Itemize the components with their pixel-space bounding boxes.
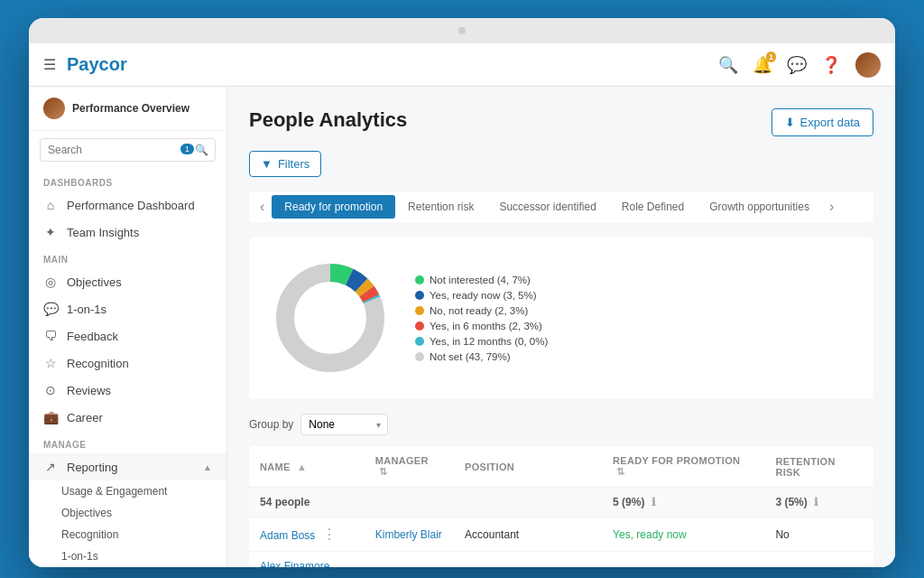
- row-actions-button[interactable]: ⋮: [319, 527, 340, 542]
- retention-info-icon[interactable]: ℹ: [814, 496, 818, 508]
- th-ready-label: READY FOR PROMOTION: [613, 455, 740, 466]
- profile-name: Performance Overview: [72, 102, 189, 115]
- sidebar-item-career[interactable]: 💼 Career: [29, 404, 226, 431]
- sidebar-sub-1on1s[interactable]: 1-on-1s: [61, 545, 226, 567]
- donut-chart: [267, 255, 393, 381]
- content-header: People Analytics ⬇ Export data: [249, 108, 873, 136]
- ready-info-icon[interactable]: ℹ: [651, 496, 656, 508]
- name-link[interactable]: Alex Finamore: [260, 560, 329, 567]
- th-retention: RETENTION RISK: [764, 446, 873, 488]
- sidebar-item-performance-dashboard[interactable]: ⌂ Performance Dashboard: [29, 191, 226, 219]
- th-ready[interactable]: READY FOR PROMOTION ⇅: [602, 446, 764, 488]
- chart-section: Not interested (4, 7%) Yes, ready now (3…: [249, 237, 873, 399]
- sidebar-item-label: Team Insights: [67, 226, 139, 239]
- main-layout: Performance Overview 🔍 1 DASHBOARDS ⌂ Pe…: [29, 87, 895, 567]
- sidebar-sub-recognition[interactable]: Recognition: [61, 524, 226, 545]
- manager-link[interactable]: Kimberly Blair: [375, 528, 442, 541]
- filter-button[interactable]: ▼ Filters: [249, 151, 321, 177]
- tab-ready-for-promotion[interactable]: Ready for promotion: [272, 195, 395, 219]
- legend-item: No, not ready (2, 3%): [415, 305, 548, 316]
- hamburger-icon[interactable]: ☰: [43, 56, 56, 73]
- summary-people-count: 54 people: [249, 488, 602, 517]
- sidebar-search-container: 🔍 1: [29, 131, 226, 169]
- group-by-select-wrapper: None Manager Department: [300, 414, 388, 435]
- chat-icon[interactable]: 💬: [787, 55, 807, 75]
- tab-row: ‹ Ready for promotion Retention risk Suc…: [249, 191, 873, 222]
- sidebar-badge: 1: [180, 144, 194, 154]
- reporting-submenu: Usage & Engagement Objectives Recognitio…: [29, 480, 226, 567]
- sidebar-item-feedback[interactable]: 🗨 Feedback: [29, 322, 226, 350]
- sidebar-search-icon: 🔍: [195, 144, 208, 156]
- legend-dot: [415, 352, 424, 361]
- legend-dot: [415, 275, 424, 284]
- help-icon[interactable]: ❓: [821, 55, 841, 75]
- search-icon[interactable]: 🔍: [718, 55, 738, 75]
- sidebar-item-label: Objectives: [67, 275, 122, 289]
- name-link[interactable]: Adam Boss: [260, 529, 315, 542]
- main-section-label: MAIN: [29, 246, 226, 268]
- sidebar-item-label: Recognition: [67, 357, 129, 370]
- legend-dot: [415, 306, 424, 315]
- cell-retention: Yes, low risk: [764, 552, 873, 568]
- legend-label: Not interested (4, 7%): [430, 275, 531, 285]
- oneon1-icon: 💬: [43, 302, 58, 316]
- th-manager-label: MANAGER: [375, 455, 429, 466]
- camera-indicator: [458, 27, 466, 34]
- cell-position: Accountant: [454, 517, 602, 552]
- tab-retention-risk[interactable]: Retention risk: [395, 195, 486, 219]
- filter-label: Filters: [278, 157, 310, 171]
- th-name[interactable]: NAME ▲: [249, 446, 365, 488]
- ready-status: Yes, ready now: [613, 528, 687, 541]
- insights-icon: ✦: [43, 225, 58, 239]
- sidebar-item-reviews[interactable]: ⊙ Reviews: [29, 377, 226, 404]
- cell-ready: No, not ready: [602, 552, 764, 568]
- export-label: Export data: [800, 116, 861, 129]
- sidebar-item-label: Performance Dashboard: [67, 199, 195, 212]
- th-manager[interactable]: MANAGER ⇅: [365, 446, 454, 488]
- group-by-select[interactable]: None Manager Department: [300, 414, 388, 435]
- sidebar-item-reporting[interactable]: ↗ Reporting ▲: [29, 453, 226, 480]
- group-by-label: Group by: [249, 418, 293, 431]
- sidebar: Performance Overview 🔍 1 DASHBOARDS ⌂ Pe…: [29, 87, 227, 567]
- reporting-chevron: ▲: [203, 462, 212, 472]
- recognition-icon: ☆: [43, 356, 58, 370]
- sidebar-sub-objectives[interactable]: Objectives: [61, 502, 226, 524]
- sidebar-item-label: 1-on-1s: [67, 303, 106, 316]
- sidebar-item-objectives[interactable]: ◎ Objectives: [29, 268, 226, 295]
- sidebar-sub-usage[interactable]: Usage & Engagement: [61, 480, 226, 502]
- logo: Paycor: [67, 54, 127, 75]
- sidebar-item-label: Feedback: [67, 330, 118, 343]
- table-header: NAME ▲ MANAGER ⇅ POSITION READ: [249, 446, 873, 488]
- th-name-label: NAME: [260, 461, 291, 472]
- data-table: NAME ▲ MANAGER ⇅ POSITION READ: [249, 446, 873, 567]
- table-body: 54 people 5 (9%) ℹ 3 (5%) ℹ: [249, 488, 873, 568]
- bell-icon[interactable]: 🔔 1: [753, 55, 772, 75]
- cell-manager: Phil Harvey: [365, 552, 454, 568]
- tab-prev-button[interactable]: ‹: [253, 195, 272, 219]
- legend-dot: [415, 322, 424, 331]
- export-button[interactable]: ⬇ Export data: [772, 108, 874, 136]
- table-row: Alex Finamore ⋮ Phil Harvey Operations S…: [249, 552, 873, 568]
- legend-item: Yes, ready now (3, 5%): [415, 290, 548, 301]
- reviews-icon: ⊙: [43, 383, 58, 397]
- sidebar-item-1on1s[interactable]: 💬 1-on-1s: [29, 295, 226, 322]
- career-icon: 💼: [43, 410, 58, 424]
- tab-growth-opportunities[interactable]: Growth opportunities: [697, 195, 822, 219]
- summary-retention-count: 3 (5%) ℹ: [764, 488, 873, 517]
- tab-role-defined[interactable]: Role Defined: [609, 195, 697, 219]
- tab-successor-identified[interactable]: Successor identified: [486, 195, 608, 219]
- sidebar-item-team-insights[interactable]: ✦ Team Insights: [29, 219, 226, 246]
- legend-label: Yes, ready now (3, 5%): [430, 290, 536, 301]
- th-retention-label: RETENTION RISK: [775, 456, 835, 478]
- legend-dot: [415, 291, 424, 300]
- sidebar-item-label: Career: [67, 411, 103, 424]
- svg-point-6: [296, 284, 365, 352]
- legend-label: Yes, in 12 months (0, 0%): [430, 336, 548, 347]
- tab-next-button[interactable]: ›: [822, 195, 841, 219]
- legend-label: No, not ready (2, 3%): [430, 305, 528, 316]
- cell-name: Alex Finamore ⋮: [249, 552, 365, 568]
- sidebar-item-recognition[interactable]: ☆ Recognition: [29, 350, 226, 377]
- legend-item: Not set (43, 79%): [415, 351, 548, 362]
- user-avatar[interactable]: [855, 52, 881, 78]
- legend-item: Not interested (4, 7%): [415, 275, 548, 285]
